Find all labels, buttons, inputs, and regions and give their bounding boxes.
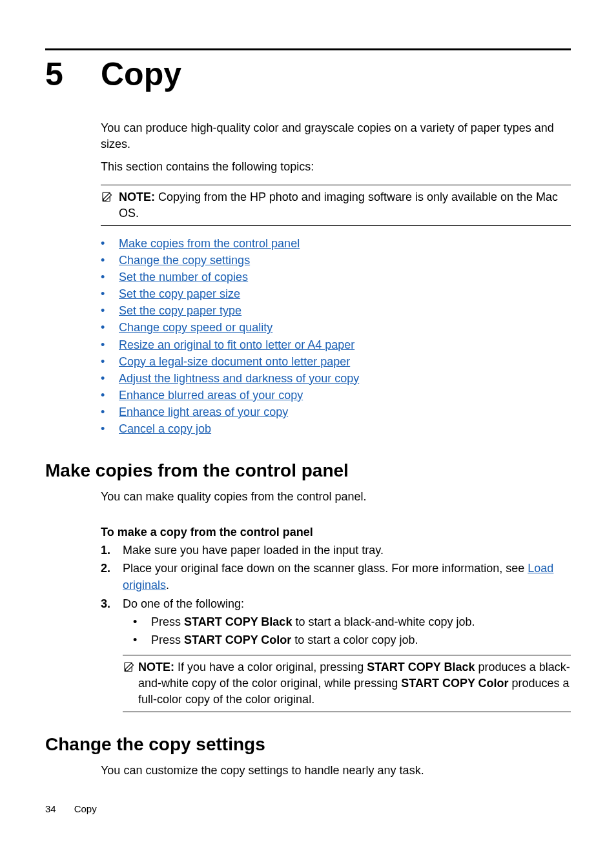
page-number: 34	[45, 803, 56, 814]
list-item: •Adjust the lightness and darkness of yo…	[101, 370, 571, 387]
topic-link[interactable]: Enhance blurred areas of your copy	[119, 387, 303, 404]
inner-note-text: NOTE: If you have a color original, pres…	[138, 659, 571, 708]
list-item: •Resize an original to fit onto letter o…	[101, 336, 571, 353]
list-item: •Set the number of copies	[101, 269, 571, 285]
b1-pre: Press	[151, 615, 184, 628]
topic-link[interactable]: Resize an original to fit onto letter or…	[119, 336, 354, 353]
topic-link[interactable]: Change the copy settings	[119, 252, 250, 269]
section1-body: You can make quality copies from the con…	[101, 489, 571, 505]
inner-note-box: NOTE: If you have a color original, pres…	[123, 655, 571, 713]
bullet-icon: •	[101, 370, 119, 387]
section1-subheading: To make a copy from the control panel	[101, 526, 571, 539]
step2-pre: Place your original face down on the sca…	[123, 562, 528, 575]
note2-bold2: START COPY Color	[401, 677, 508, 690]
footer-title: Copy	[74, 803, 97, 814]
bullet-icon: •	[101, 302, 119, 319]
step-2: 2. Place your original face down on the …	[101, 560, 571, 593]
topic-list: •Make copies from the control panel •Cha…	[101, 235, 571, 437]
list-item: •Enhance blurred areas of your copy	[101, 387, 571, 404]
list-item: •Change the copy settings	[101, 252, 571, 269]
step-number: 1.	[101, 542, 123, 559]
bullet-icon: •	[123, 632, 151, 648]
sub-bullet-content: Press START COPY Black to start a black-…	[151, 613, 475, 630]
step2-post: .	[166, 579, 169, 591]
bullet-icon: •	[101, 404, 119, 420]
list-item: •Copy a legal-size document onto letter …	[101, 353, 571, 370]
note-label: NOTE:	[119, 190, 155, 203]
b1-post: to start a black-and-white copy job.	[292, 615, 475, 628]
bullet-icon: •	[101, 235, 119, 252]
step-content: Make sure you have paper loaded in the i…	[123, 542, 571, 559]
bullet-icon: •	[101, 285, 119, 302]
topic-link[interactable]: Set the copy paper size	[119, 285, 240, 302]
bullet-icon: •	[101, 269, 119, 285]
top-rule	[45, 48, 571, 50]
step-1: 1. Make sure you have paper loaded in th…	[101, 542, 571, 559]
sub-bullet-item: • Press START COPY Black to start a blac…	[123, 613, 571, 630]
b2-post: to start a color copy job.	[291, 633, 418, 646]
step-3: 3. Do one of the following: • Press STAR…	[101, 595, 571, 713]
step-number: 3.	[101, 595, 123, 612]
step-content: Do one of the following: • Press START C…	[123, 595, 571, 713]
topic-link[interactable]: Set the copy paper type	[119, 302, 241, 319]
section-heading-change-settings: Change the copy settings	[45, 734, 571, 755]
topic-link[interactable]: Make copies from the control panel	[119, 235, 300, 252]
note-body: Copying from the HP photo and imaging so…	[119, 190, 558, 220]
note-box: NOTE: Copying from the HP photo and imag…	[101, 185, 571, 226]
bullet-icon: •	[101, 336, 119, 353]
topic-link[interactable]: Set the number of copies	[119, 269, 248, 285]
b2-pre: Press	[151, 633, 184, 646]
list-item: •Cancel a copy job	[101, 420, 571, 437]
sub-bullet-content: Press START COPY Color to start a color …	[151, 632, 418, 648]
bullet-icon: •	[101, 319, 119, 336]
chapter-number: 5	[45, 56, 101, 93]
page-footer: 34 Copy	[45, 803, 97, 814]
step-content: Place your original face down on the sca…	[123, 560, 571, 593]
list-item: •Set the copy paper type	[101, 302, 571, 319]
chapter-title: Copy	[101, 56, 181, 93]
bullet-icon: •	[101, 420, 119, 437]
numbered-list: 1. Make sure you have paper loaded in th…	[101, 542, 571, 712]
topic-link[interactable]: Enhance light areas of your copy	[119, 404, 288, 420]
intro-paragraph-1: You can produce high-quality color and g…	[101, 120, 571, 152]
list-item: •Enhance light areas of your copy	[101, 404, 571, 420]
bullet-icon: •	[101, 252, 119, 269]
note2-bold1: START COPY Black	[367, 661, 475, 673]
step3-text: Do one of the following:	[123, 597, 244, 610]
sub-bullet-item: • Press START COPY Color to start a colo…	[123, 632, 571, 648]
note-label: NOTE:	[138, 661, 174, 673]
bullet-icon: •	[101, 387, 119, 404]
b2-bold: START COPY Color	[184, 633, 291, 646]
list-item: •Change copy speed or quality	[101, 319, 571, 336]
chapter-header: 5 Copy	[45, 56, 571, 93]
note-icon	[101, 191, 112, 203]
topic-link[interactable]: Change copy speed or quality	[119, 319, 272, 336]
list-item: •Set the copy paper size	[101, 285, 571, 302]
topic-link[interactable]: Cancel a copy job	[119, 420, 211, 437]
note-icon	[123, 661, 134, 673]
note2-pre: If you have a color original, pressing	[178, 661, 367, 673]
intro-paragraph-2: This section contains the following topi…	[101, 159, 571, 175]
b1-bold: START COPY Black	[184, 615, 292, 628]
list-item: •Make copies from the control panel	[101, 235, 571, 252]
sub-bullet-list: • Press START COPY Black to start a blac…	[123, 613, 571, 648]
section2-body: You can customize the copy settings to h…	[101, 763, 571, 779]
section-heading-make-copies: Make copies from the control panel	[45, 460, 571, 481]
topic-link[interactable]: Copy a legal-size document onto letter p…	[119, 353, 350, 370]
step-number: 2.	[101, 560, 123, 577]
bullet-icon: •	[123, 613, 151, 630]
topic-link[interactable]: Adjust the lightness and darkness of you…	[119, 370, 359, 387]
bullet-icon: •	[101, 353, 119, 370]
note-text: NOTE: Copying from the HP photo and imag…	[119, 189, 571, 221]
